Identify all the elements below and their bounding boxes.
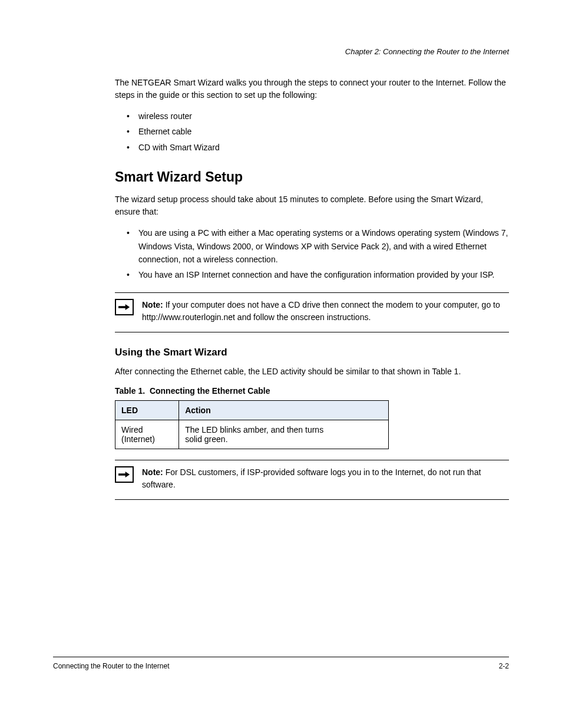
prerequisites-list: You are using a PC with either a Mac ope… [127,226,509,282]
list-item: Ethernet cable [127,125,509,138]
note-body: For DSL customers, if ISP-provided softw… [142,467,481,489]
table-caption: Table 1. Connecting the Ethernet Cable [115,386,509,396]
section-heading-smart-wizard-setup: Smart Wizard Setup [115,169,509,185]
table-header-row: LED Action [115,400,389,420]
note-dsl-customers: Note: For DSL customers, if ISP-provided… [115,460,509,500]
list-item: You have an ISP Internet connection and … [127,268,509,281]
page-footer: Connecting the Router to the Internet 2-… [53,657,509,670]
note-text: Note: For DSL customers, if ISP-provided… [142,466,509,491]
intro-paragraph: The NETGEAR Smart Wizard walks you throu… [115,77,509,101]
list-item: CD with Smart Wizard [127,141,509,154]
table-cell-led: Wired (Internet) [115,420,179,449]
table-cell-action: The LED blinks amber, and then turns sol… [179,420,389,449]
footer-left: Connecting the Router to the Internet [53,662,169,670]
note-body: If your computer does not have a CD driv… [142,300,500,322]
ethernet-paragraph: After connecting the Ethernet cable, the… [115,365,509,378]
table-ref: Table 1. [115,386,145,396]
note-label: Note: [142,467,163,477]
note-text: Note: If your computer does not have a C… [142,299,509,324]
table-header-action: Action [179,400,389,420]
list-item: You are using a PC with either a Mac ope… [127,226,509,266]
led-activity-table: LED Action Wired (Internet) The LED blin… [115,400,389,449]
arrow-right-icon [115,466,134,483]
header-chapter: Chapter 2: Connecting the Router to the … [345,47,509,56]
package-contents-list: wireless router Ethernet cable CD with S… [127,110,509,154]
list-item: wireless router [127,110,509,123]
subsection-heading-using-smart-wizard: Using the Smart Wizard [115,347,509,358]
note-no-cd-drive: Note: If your computer does not have a C… [115,292,509,332]
table-title-text: Connecting the Ethernet Cable [150,386,270,396]
arrow-right-icon [115,299,134,315]
note-label: Note: [142,300,163,309]
table-header-led: LED [115,400,179,420]
setup-intro-paragraph: The wizard setup process should take abo… [115,193,509,218]
footer-page-number: 2-2 [499,662,509,670]
table-row: Wired (Internet) The LED blinks amber, a… [115,420,389,449]
